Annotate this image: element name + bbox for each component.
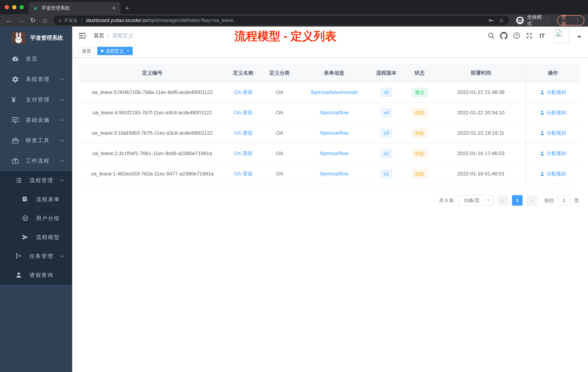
form-info-link[interactable]: /bpm/oa/flow <box>320 130 348 136</box>
tab-close-icon[interactable]: × <box>111 5 116 11</box>
sidebar-item-流程模型[interactable]: 流程模型 <box>0 228 72 247</box>
status-badge: 激活 <box>412 88 428 97</box>
github-icon[interactable] <box>500 32 508 40</box>
table-row: oa_leave:5:004b710b-7b8a-11ec-8ef0-acde4… <box>79 82 580 103</box>
tag-close-icon[interactable]: × <box>127 49 129 53</box>
chevron-down-icon <box>487 199 490 203</box>
group-icon <box>22 215 29 222</box>
form-info-link[interactable]: /bpm/oa/flow <box>320 171 348 176</box>
cell-definition-name: OA 请假 <box>225 150 261 157</box>
tag-流程定义[interactable]: 流程定义× <box>97 47 133 55</box>
tag-首页[interactable]: 首页 <box>78 47 95 55</box>
breadcrumb-current: 流程定义 <box>112 32 133 39</box>
collapse-sidebar-icon[interactable] <box>78 33 86 39</box>
definition-name-link[interactable]: OA 请假 <box>234 130 252 136</box>
form-info-link[interactable]: /bpm/oa/leave/create <box>310 89 358 95</box>
page-size-select[interactable]: 10条/页 <box>459 195 494 206</box>
breadcrumb: 首页 / 流程定义 <box>94 32 133 39</box>
assign-rule-link[interactable]: 分配规则 <box>540 130 566 136</box>
sidebar-item-label: 任务管理 <box>30 253 53 260</box>
pagination-total: 共 5 条 <box>439 197 454 204</box>
address-bar[interactable]: ⚠ 不安全 dashboard.yudao.iocoder.cn/bpm/man… <box>53 16 509 25</box>
sidebar-item-label: 请假查询 <box>30 272 53 279</box>
prev-page-button[interactable]: ‹ <box>497 195 508 206</box>
cell-category: OA <box>261 110 298 116</box>
chevron-down-icon <box>59 117 65 123</box>
cell-form-info: /bpm/oa/flow <box>298 151 370 156</box>
tag-label: 首页 <box>82 48 91 54</box>
sidebar-item-工作流程[interactable]: 工作流程 <box>0 151 72 171</box>
sidebar-item-首页[interactable]: 首页 <box>0 49 72 69</box>
sidebar-item-label: 流程管理 <box>30 177 53 184</box>
back-button[interactable]: ← <box>4 17 14 24</box>
new-tab-button[interactable]: + <box>125 5 129 11</box>
definition-name-link[interactable]: OA 请假 <box>234 171 252 176</box>
update-label: 更新 <box>561 14 571 27</box>
sidebar-item-任务管理[interactable]: 任务管理 <box>0 247 72 266</box>
reload-button[interactable]: ↻ <box>28 17 38 24</box>
status-badge: 挂起 <box>412 108 428 117</box>
sidebar-item-流程管理[interactable]: 流程管理 <box>0 171 72 190</box>
app-title: 芋道管理系统 <box>30 34 63 42</box>
table-row: oa_leave:1:482ec033-762a-11ec-8477-a2380… <box>79 164 580 184</box>
sidebar-item-label: 流程表单 <box>36 196 60 203</box>
definition-name-link[interactable]: OA 请假 <box>234 110 252 115</box>
sidebar-item-支付管理[interactable]: ¥支付管理 <box>0 89 72 110</box>
goto-page-input[interactable] <box>558 195 570 206</box>
sidebar-item-研发工具[interactable]: 研发工具 <box>0 130 72 151</box>
status-badge: 挂起 <box>412 149 428 158</box>
status-badge: 挂起 <box>412 169 428 178</box>
browser-tab[interactable]: 芋道管理系统 × <box>29 2 121 14</box>
assign-rule-link[interactable]: 分配规则 <box>540 89 566 96</box>
sidebar-item-用户分组[interactable]: 用户分组 <box>0 209 72 228</box>
cell-definition-name: OA 请假 <box>225 130 261 136</box>
pagination: 共 5 条 10条/页 ‹ 1 › 前往 页 <box>72 195 579 206</box>
window-close-button[interactable] <box>5 5 9 9</box>
column-header-定义编号: 定义编号 <box>79 69 225 77</box>
assign-rule-link[interactable]: 分配规则 <box>540 150 566 157</box>
column-header-操作: 操作 <box>525 64 580 82</box>
font-size-icon[interactable]: tT <box>538 32 546 40</box>
cell-category: OA <box>261 130 298 136</box>
assign-rule-link[interactable]: 分配规则 <box>540 109 566 116</box>
warning-icon: ⚠ <box>58 18 62 23</box>
bookmark-star-icon[interactable]: ☆ <box>499 17 504 24</box>
cell-version: v5 <box>370 88 403 97</box>
chevron-up-icon <box>59 158 65 164</box>
password-key-icon[interactable] <box>488 17 494 23</box>
forward-button[interactable]: → <box>16 17 26 24</box>
window-minimize-button[interactable] <box>12 5 16 9</box>
browser-update-button[interactable]: 更新 ⋮ <box>557 15 584 25</box>
window-controls[interactable] <box>5 5 24 9</box>
cell-category: OA <box>261 151 298 156</box>
goto-label: 前往 <box>544 197 554 204</box>
assign-rule-link[interactable]: 分配规则 <box>540 171 566 177</box>
browser-menu-icon[interactable]: ⋮ <box>575 18 580 23</box>
browser-tabstrip: 芋道管理系统 × + <box>0 0 588 14</box>
cell-deploy-time: 2022-01-22 20:34:10 <box>436 110 525 116</box>
page-1-button[interactable]: 1 <box>512 195 523 206</box>
sidebar-item-流程表单[interactable]: 流程表单 <box>0 190 72 209</box>
sidebar-menu: 首页系统管理¥支付管理基础设施研发工具工作流程流程管理流程表单用户分组流程模型任… <box>0 49 72 285</box>
sidebar-item-系统管理[interactable]: 系统管理 <box>0 69 72 89</box>
breadcrumb-home[interactable]: 首页 <box>94 32 104 39</box>
form-info-link[interactable]: /bpm/oa/flow <box>320 151 348 156</box>
definition-name-link[interactable]: OA 请假 <box>234 89 252 95</box>
search-icon[interactable] <box>487 32 495 40</box>
fullscreen-icon[interactable] <box>525 32 533 40</box>
window-zoom-button[interactable] <box>20 5 24 9</box>
next-page-button[interactable]: › <box>526 195 537 206</box>
sidebar-item-请假查询[interactable]: 请假查询 <box>0 266 72 285</box>
not-secure-warning[interactable]: ⚠ 不安全 <box>58 17 78 23</box>
gear-icon <box>12 76 19 83</box>
definition-name-link[interactable]: OA 请假 <box>234 151 252 156</box>
cell-category: OA <box>261 171 298 177</box>
sidebar-item-label: 用户分组 <box>36 215 60 222</box>
avatar-dropdown-caret-icon[interactable] <box>577 36 581 40</box>
column-header-定义名称: 定义名称 <box>225 69 261 77</box>
form-info-link[interactable]: /bpm/oa/flow <box>320 110 348 115</box>
home-button[interactable]: ⌂ <box>40 17 50 24</box>
sidebar-item-基础设施[interactable]: 基础设施 <box>0 110 72 130</box>
help-icon[interactable]: ? <box>513 32 520 40</box>
avatar[interactable] <box>554 28 569 43</box>
